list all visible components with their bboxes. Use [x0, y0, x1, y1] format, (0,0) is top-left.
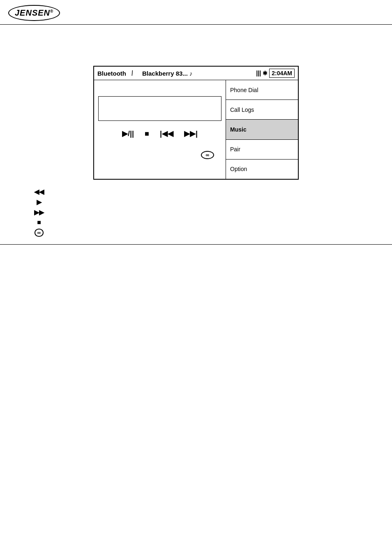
legend-section: ◀◀ ▶ ▶▶ ■ ∞ [8, 188, 384, 236]
logo-registered: ® [50, 9, 53, 14]
controls-row[interactable]: ▶/|| ■ |◀◀ ▶▶| [119, 127, 201, 140]
display-area [98, 96, 221, 121]
header-divider [0, 24, 392, 25]
right-panel-menu: Phone Dial Call Logs Music Pair Option [226, 80, 298, 179]
call-logs-label: Call Logs [230, 106, 254, 113]
legend-item-rewind: ◀◀ [33, 188, 384, 196]
option-label: Option [230, 166, 247, 172]
logo-text: JENSEN [15, 8, 50, 17]
repeat-legend-icon: ∞ [33, 229, 45, 236]
legend-item-stop: ■ [33, 219, 384, 226]
menu-item-pair[interactable]: Pair [226, 140, 298, 160]
menu-item-call-logs[interactable]: Call Logs [226, 100, 298, 120]
status-bar: Bluetooth \ Blackberry 83... ♪ ǀǀǀ ✱ 2:0… [94, 67, 298, 80]
rewind-icon: ◀◀ [33, 188, 45, 196]
left-panel: ▶/|| ■ |◀◀ ▶▶| ∞ [94, 80, 226, 179]
status-time: 2:04AM [269, 69, 295, 78]
repeat-loop-icon: ∞ [35, 229, 44, 237]
forward-icon: ▶▶ [33, 208, 45, 216]
menu-item-music[interactable]: Music [226, 120, 298, 139]
menu-item-option[interactable]: Option [226, 160, 298, 179]
stop-button[interactable]: ■ [141, 128, 152, 140]
legend-item-repeat: ∞ [33, 229, 384, 236]
tab-separator: \ [129, 69, 135, 78]
bottom-divider [0, 244, 392, 245]
screen-container: Bluetooth \ Blackberry 83... ♪ ǀǀǀ ✱ 2:0… [93, 66, 299, 180]
pair-label: Pair [230, 146, 240, 153]
stop-legend-icon: ■ [33, 219, 45, 226]
menu-item-phone-dial[interactable]: Phone Dial [226, 80, 298, 100]
bluetooth-label: Bluetooth [97, 70, 126, 77]
play-icon: ▶ [33, 198, 45, 206]
next-button[interactable]: ▶▶| [181, 127, 201, 140]
music-label: Music [230, 126, 247, 133]
play-pause-button[interactable]: ▶/|| [119, 127, 137, 140]
screen-body: ▶/|| ■ |◀◀ ▶▶| ∞ Phone Dial Call Logs [94, 80, 298, 179]
header: JENSEN® [0, 0, 392, 21]
status-icons: ǀǀǀ ✱ 2:04AM [256, 69, 295, 78]
legend-item-play: ▶ [33, 198, 384, 206]
main-content: Bluetooth \ Blackberry 83... ♪ ǀǀǀ ✱ 2:0… [0, 66, 392, 236]
repeat-button[interactable]: ∞ [198, 149, 217, 161]
phone-dial-label: Phone Dial [230, 87, 258, 93]
left-panel-bottom: ∞ [98, 146, 221, 163]
signal-icon: ǀǀǀ [256, 70, 261, 76]
bluetooth-icon: ✱ [263, 70, 267, 76]
device-name: Blackberry 83... ♪ [142, 70, 193, 77]
jensen-logo: JENSEN® [8, 5, 60, 21]
prev-button[interactable]: |◀◀ [157, 127, 177, 140]
music-note-icon: ♪ [189, 70, 193, 77]
legend-item-forward: ▶▶ [33, 208, 384, 216]
repeat-icon: ∞ [201, 151, 214, 159]
